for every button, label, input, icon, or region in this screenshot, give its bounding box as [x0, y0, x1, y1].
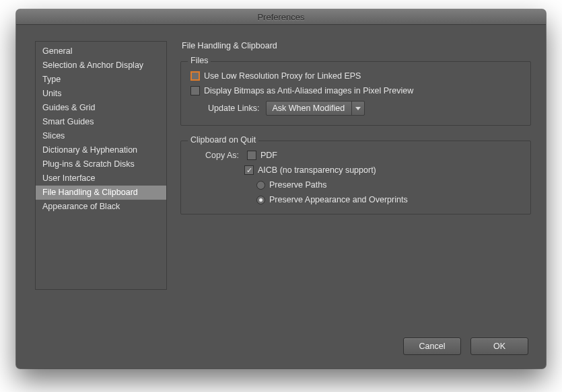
sidebar-item-label: Dictionary & Hyphenation: [42, 145, 137, 155]
sidebar-item-units[interactable]: Units: [36, 87, 166, 101]
sidebar-item-file-handling-clipboard[interactable]: File Handling & Clipboard: [36, 186, 166, 200]
sidebar-item-label: Smart Guides: [42, 117, 94, 126]
sidebar-item-guides-grid[interactable]: Guides & Grid: [36, 101, 166, 115]
sidebar-item-general[interactable]: General: [36, 44, 166, 58]
sidebar-item-label: Appearance of Black: [42, 202, 120, 211]
page-title: File Handling & Clipboard: [182, 41, 531, 50]
sidebar-item-label: Guides & Grid: [42, 103, 96, 112]
sidebar-item-label: User Interface: [42, 173, 96, 183]
cancel-button[interactable]: Cancel: [403, 338, 461, 355]
sidebar-item-label: General: [42, 46, 72, 56]
cancel-button-label: Cancel: [419, 342, 446, 351]
sidebar-item-label: Units: [42, 89, 61, 98]
sidebar-item-dictionary-hyphenation[interactable]: Dictionary & Hyphenation: [36, 143, 166, 157]
preserve-paths-radio[interactable]: [256, 181, 265, 190]
clipboard-group: Clipboard on Quit Copy As: PDF AICB (no …: [180, 141, 531, 214]
preferences-window: Preferences General Selection & Anchor D…: [16, 9, 546, 368]
sidebar-item-smart-guides[interactable]: Smart Guides: [36, 115, 166, 129]
display-bitmaps-checkbox[interactable]: [190, 86, 200, 95]
preserve-paths-label: Preserve Paths: [269, 180, 326, 190]
sidebar-item-label: Selection & Anchor Display: [42, 61, 143, 70]
dialog-footer: Cancel OK: [16, 338, 546, 368]
dropdown-toggle[interactable]: [351, 102, 364, 115]
sidebar-item-type[interactable]: Type: [36, 73, 166, 87]
pdf-label: PDF: [260, 151, 277, 160]
update-links-label: Update Links:: [208, 104, 259, 113]
category-sidebar: General Selection & Anchor Display Type …: [35, 41, 167, 290]
sidebar-item-plugins-scratch[interactable]: Plug-ins & Scratch Disks: [36, 157, 166, 171]
update-links-dropdown[interactable]: Ask When Modified: [266, 101, 365, 116]
sidebar-item-label: Slices: [42, 131, 65, 141]
ok-button[interactable]: OK: [470, 338, 528, 355]
low-res-proxy-checkbox[interactable]: [190, 71, 200, 81]
update-links-value: Ask When Modified: [272, 104, 351, 113]
pdf-checkbox[interactable]: [247, 151, 256, 160]
copy-as-label: Copy As:: [190, 151, 239, 160]
clipboard-group-legend: Clipboard on Quit: [188, 135, 258, 145]
sidebar-item-label: File Handling & Clipboard: [42, 188, 138, 197]
low-res-proxy-label: Use Low Resolution Proxy for Linked EPS: [204, 71, 361, 81]
ok-button-label: OK: [493, 342, 505, 351]
aicb-checkbox[interactable]: [244, 165, 254, 175]
sidebar-item-appearance-black[interactable]: Appearance of Black: [36, 200, 166, 214]
window-titlebar: Preferences: [16, 9, 546, 25]
sidebar-item-selection-anchor[interactable]: Selection & Anchor Display: [36, 58, 166, 73]
chevron-down-icon: [355, 107, 361, 110]
files-group-legend: Files: [188, 56, 211, 65]
sidebar-item-slices[interactable]: Slices: [36, 129, 166, 143]
sidebar-item-user-interface[interactable]: User Interface: [36, 171, 166, 186]
sidebar-item-label: Type: [42, 75, 61, 84]
aicb-label: AICB (no transparency support): [258, 165, 376, 175]
files-group: Files Use Low Resolution Proxy for Linke…: [180, 61, 531, 126]
preserve-appearance-radio[interactable]: [256, 196, 265, 204]
window-title: Preferences: [257, 12, 304, 22]
main-panel: File Handling & Clipboard Files Use Low …: [180, 41, 531, 329]
preserve-appearance-label: Preserve Appearance and Overprints: [269, 195, 408, 204]
sidebar-item-label: Plug-ins & Scratch Disks: [42, 159, 135, 169]
display-bitmaps-label: Display Bitmaps as Anti-Aliased images i…: [204, 86, 413, 95]
